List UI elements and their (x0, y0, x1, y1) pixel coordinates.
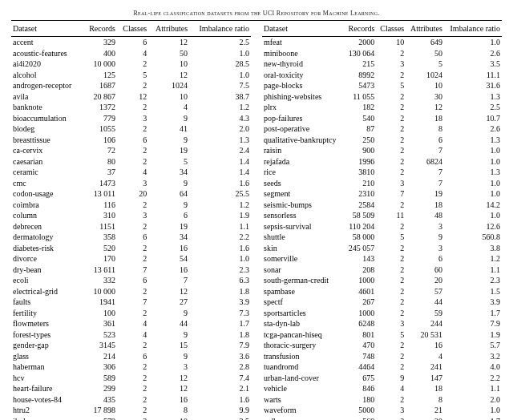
table-row: somerville143261.2 (262, 253, 502, 265)
cell-imb: 11.1 (444, 70, 502, 81)
cell-records: 1000 (344, 308, 376, 319)
cell-records: 520 (83, 243, 117, 254)
table-row: avila20 867121038.7 (11, 91, 251, 103)
cell-name: heart-failure (11, 383, 83, 394)
cell-classes: 2 (117, 361, 148, 373)
cell-imb: 38.7 (189, 91, 251, 103)
cell-name: glass (11, 351, 83, 362)
cell-classes: 4 (117, 318, 148, 329)
cell-attributes: 44 (406, 297, 444, 308)
cell-name: mfeat (262, 37, 344, 48)
cell-records: 361 (83, 318, 117, 329)
table-row: miniboone130 0642502.6 (262, 48, 502, 59)
cell-classes: 3 (376, 405, 406, 416)
cell-classes: 6 (117, 351, 148, 362)
cell-attributes: 244 (406, 318, 444, 329)
cell-imb: 1.0 (444, 210, 502, 221)
cell-classes: 2 (117, 416, 148, 421)
cell-records: 210 (344, 178, 376, 189)
cell-attributes: 10 (148, 416, 189, 421)
table-row: sta-dyn-lab624832447.9 (262, 318, 502, 329)
cell-imb: 3.6 (189, 351, 251, 362)
cell-attributes: 649 (406, 37, 444, 48)
table-row: breasttissue106691.3 (11, 135, 251, 146)
cell-name: shuttle (262, 232, 344, 243)
cell-records: 245 057 (344, 243, 376, 254)
cell-name: coimbra (11, 200, 83, 211)
cell-classes: 3 (117, 113, 148, 124)
cell-imb: 1.3 (189, 135, 251, 146)
cell-imb: 1.6 (189, 178, 251, 189)
cell-classes: 2 (117, 253, 148, 265)
table-caption: Real-life classification datasets from t… (11, 10, 502, 17)
cell-attributes: 8 (148, 405, 189, 416)
cell-records: 116 (83, 200, 117, 211)
table-row: pop-failures54021810.7 (262, 113, 502, 124)
cell-classes: 4 (117, 167, 148, 178)
col-records: Records (344, 21, 376, 37)
cell-classes: 3 (376, 318, 406, 329)
cell-imb: 1.9 (189, 210, 251, 221)
cell-name: diabetes-risk (11, 243, 83, 254)
table-row: sportsarticles10002591.7 (262, 308, 502, 319)
cell-name: banknote (11, 102, 83, 113)
cell-name: post-operative (262, 123, 344, 135)
table-row: ca-cervix722192.4 (11, 145, 251, 156)
cell-name: htru2 (11, 405, 83, 416)
cell-records: 748 (344, 351, 376, 362)
cell-imb: 1.3 (444, 91, 502, 103)
table-row: dry-bean13 6117162.3 (11, 265, 251, 276)
cell-records: 13 611 (83, 265, 117, 276)
cell-imb: 12.6 (444, 221, 502, 232)
cell-attributes: 19 (148, 145, 189, 156)
cell-records: 10 000 (83, 286, 117, 297)
cell-name: caesarian (11, 156, 83, 168)
cell-records: 87 (344, 123, 376, 135)
cell-records: 329 (83, 37, 117, 48)
cell-name: sepsis-survival (262, 221, 344, 232)
cell-name: waveform (262, 405, 344, 416)
cell-attributes: 7 (406, 145, 444, 156)
cell-classes: 2 (117, 102, 148, 113)
cell-imb: 2.0 (189, 123, 251, 135)
cell-imb: 3.9 (444, 297, 502, 308)
cell-attributes: 6824 (406, 156, 444, 168)
table-row: banknote1372241.2 (11, 102, 251, 113)
table-row: cmc1473391.6 (11, 178, 251, 189)
cell-imb: 1.0 (189, 70, 251, 81)
table-row: skin245 057233.8 (262, 243, 502, 254)
cell-name: warts (262, 394, 344, 406)
cell-imb: 1.0 (444, 178, 502, 189)
col-records: Records (83, 21, 117, 37)
table-row: column310361.9 (11, 210, 251, 221)
cell-imb: 560.8 (444, 232, 502, 243)
cell-name: miniboone (262, 48, 344, 59)
cell-attributes: 21 (406, 405, 444, 416)
table-row: sonar2082601.1 (262, 265, 502, 276)
cell-imb: 3.8 (444, 243, 502, 254)
cell-imb: 2.0 (444, 394, 502, 406)
cell-attributes: 19 (406, 188, 444, 200)
cell-imb: 1.0 (444, 156, 502, 168)
cell-attributes: 6 (406, 253, 444, 265)
cell-attributes: 7 (148, 275, 189, 286)
cell-attributes: 6 (406, 135, 444, 146)
cell-name: tuandromd (262, 361, 344, 373)
right-column: Dataset Records Classes Attributes Imbal… (262, 21, 502, 420)
cell-records: 130 064 (344, 48, 376, 59)
table-row: flowmeters3614441.7 (11, 318, 251, 329)
cell-classes: 2 (376, 135, 406, 146)
cell-records: 2584 (344, 200, 376, 211)
cell-attributes: 7 (406, 167, 444, 178)
cell-imb: 4.3 (189, 113, 251, 124)
cell-imb: 1.5 (444, 286, 502, 297)
cell-attributes: 8 (406, 394, 444, 406)
cell-name: sensorless (262, 210, 344, 221)
cell-attributes: 44 (148, 318, 189, 329)
cell-classes: 2 (376, 308, 406, 319)
cell-imb: 1.9 (444, 329, 502, 341)
cell-name: new-thyroid (262, 59, 344, 70)
cell-imb: 6.3 (189, 275, 251, 286)
table-row: sensorless58 50911481.0 (262, 210, 502, 221)
cell-imb: 3.2 (444, 351, 502, 362)
